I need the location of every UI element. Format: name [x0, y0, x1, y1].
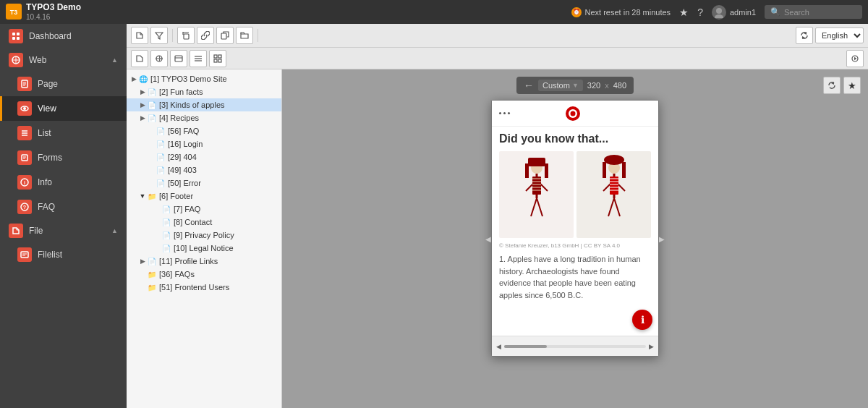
mobile-fab-button[interactable]: ℹ [632, 310, 652, 330]
sidebar-item-list[interactable]: List [0, 121, 127, 145]
sub-page-button[interactable] [170, 50, 187, 67]
folder-button[interactable] [236, 27, 253, 44]
tree-toggle-1[interactable]: ▶ [129, 75, 138, 83]
refresh-button[interactable] [796, 27, 813, 44]
sidebar-label-page: Page [38, 79, 58, 89]
tree-item-9[interactable]: ▶ 📄 [9] Privacy Policy [127, 229, 281, 242]
tree-item-3[interactable]: ▶ 📄 [3] Kinds of apples [127, 98, 281, 111]
svg-rect-6 [12, 37, 15, 40]
sidebar-item-filelist[interactable]: Filelist [0, 242, 127, 267]
mobile-next-button[interactable]: ▶ [649, 343, 654, 350]
tree-label-8: [8] Contact [174, 218, 212, 226]
tree-item-56[interactable]: ▶ 📄 [56] FAQ [127, 124, 281, 137]
tree-label-3: [3] Kinds of apples [159, 101, 225, 109]
tree-item-7[interactable]: ▶ 📄 [7] FAQ [127, 203, 281, 216]
tree-label-51: [51] Frontend Users [159, 283, 229, 292]
svg-text:?: ? [23, 205, 26, 210]
svg-rect-43 [218, 55, 221, 58]
sidebar: Dashboard Web ▲ Page View [0, 24, 127, 408]
mobile-header [492, 101, 658, 127]
sidebar-label-faq: FAQ [38, 202, 55, 212]
preview-area: ← Custom ▼ 320 x 480 ★ [282, 69, 868, 408]
tree-label-49: [49] 403 [168, 166, 197, 174]
tree-item-8[interactable]: ▶ 📄 [8] Contact [127, 216, 281, 229]
user-menu[interactable]: admin1 [712, 5, 756, 20]
preview-star-button[interactable]: ★ [843, 77, 861, 94]
tree-label-7: [7] FAQ [174, 205, 200, 213]
sidebar-item-dashboard[interactable]: Dashboard [0, 24, 127, 48]
file-chevron-icon: ▲ [111, 227, 118, 234]
link-button[interactable] [197, 27, 214, 44]
page-tree: ▶ 🌐 [1] TYPO3 Demo Site ▶ 📄 [2] Fun fact… [127, 69, 282, 408]
bookmark-icon[interactable]: ★ [679, 7, 689, 18]
tree-item-6[interactable]: ▼ 📁 [6] Footer [127, 190, 281, 203]
copy-button[interactable] [216, 27, 234, 44]
svg-rect-20 [22, 155, 27, 161]
svg-rect-44 [214, 59, 217, 62]
filter-button[interactable] [150, 27, 168, 44]
tree-label-36: [36] FAQs [159, 270, 195, 279]
tree-icon-56: 📄 [156, 126, 166, 136]
sub-link-button[interactable] [150, 50, 168, 67]
tree-item-49[interactable]: ▶ 📄 [49] 403 [127, 163, 281, 177]
tree-item-11[interactable]: ▶ 📄 [11] Profile Links [127, 255, 281, 268]
user-avatar [712, 5, 726, 20]
tree-item-16[interactable]: ▶ 📄 [16] Login [127, 137, 281, 150]
device-height: 480 [613, 81, 626, 90]
sub-grid-button[interactable] [209, 50, 226, 67]
sub-preview-button[interactable] [846, 50, 864, 67]
new-page-button[interactable] [131, 27, 148, 44]
preview-refresh-button[interactable] [823, 77, 841, 94]
help-icon[interactable]: ? [697, 7, 703, 18]
sub-list-button[interactable] [190, 50, 207, 67]
tree-toggle-3[interactable]: ▶ [138, 101, 147, 109]
mobile-images [499, 151, 651, 238]
svg-rect-37 [175, 56, 182, 61]
tree-icon-4: 📄 [147, 113, 157, 123]
svg-rect-27 [21, 252, 28, 258]
device-preset-select[interactable]: Custom ▼ [538, 80, 583, 91]
sidebar-section-web[interactable]: Web ▲ [0, 48, 127, 72]
tree-item-51[interactable]: ▶ 📁 [51] Frontend Users [127, 281, 281, 294]
mobile-caption: © Stefanie Kreuzer, b13 GmbH | CC BY SA … [499, 242, 651, 249]
tree-label-16: [16] Login [168, 140, 203, 148]
sidebar-section-file[interactable]: File ▲ [0, 219, 127, 242]
toolbar-sep-2 [258, 29, 258, 42]
tree-item-36[interactable]: ▶ 📁 [36] FAQs [127, 268, 281, 281]
tree-item-1[interactable]: ▶ 🌐 [1] TYPO3 Demo Site [127, 72, 281, 85]
sidebar-item-view[interactable]: View [0, 96, 127, 121]
svg-rect-7 [17, 37, 20, 40]
tree-label-56: [56] FAQ [168, 127, 199, 135]
device-back-button[interactable]: ← [524, 80, 534, 91]
sub-view-button[interactable] [131, 50, 148, 67]
tree-item-4[interactable]: ▶ 📄 [4] Recipes [127, 111, 281, 124]
page-icon [17, 77, 32, 91]
svg-rect-59 [545, 163, 548, 178]
reset-info: ⏰ Next reset in 28 minutes [571, 7, 671, 17]
device-left-scroll-indicator: ◀ [485, 235, 491, 243]
sidebar-item-page[interactable]: Page [0, 72, 127, 96]
mobile-prev-button[interactable]: ◀ [496, 343, 501, 350]
sidebar-item-forms[interactable]: Forms [0, 145, 127, 170]
mobile-scrollbar-track [504, 345, 646, 348]
svg-rect-31 [184, 34, 189, 39]
tree-item-10[interactable]: ▶ 📄 [10] Legal Notice [127, 242, 281, 255]
tree-item-29[interactable]: ▶ 📄 [29] 404 [127, 150, 281, 163]
collapse-button[interactable] [177, 27, 195, 44]
tree-item-2[interactable]: ▶ 📄 [2] Fun facts [127, 85, 281, 98]
sidebar-item-info[interactable]: i Info [0, 170, 127, 195]
tree-toggle-6[interactable]: ▼ [138, 192, 147, 200]
tree-label-11: [11] Profile Links [159, 257, 218, 265]
mobile-menu-icon[interactable] [499, 112, 510, 114]
tree-toggle-4[interactable]: ▶ [138, 114, 147, 122]
svg-rect-73 [603, 162, 606, 178]
tree-toggle-2[interactable]: ▶ [138, 88, 147, 96]
language-select[interactable]: English [815, 27, 864, 43]
tree-icon-16: 📄 [156, 139, 166, 149]
mobile-image-right [576, 151, 651, 238]
tree-toggle-11[interactable]: ▶ [138, 257, 147, 265]
sidebar-item-faq[interactable]: ? FAQ [0, 195, 127, 219]
search-input[interactable] [784, 8, 856, 17]
tree-item-50[interactable]: ▶ 📄 [50] Error [127, 177, 281, 190]
search-area[interactable]: 🔍 [765, 5, 862, 19]
